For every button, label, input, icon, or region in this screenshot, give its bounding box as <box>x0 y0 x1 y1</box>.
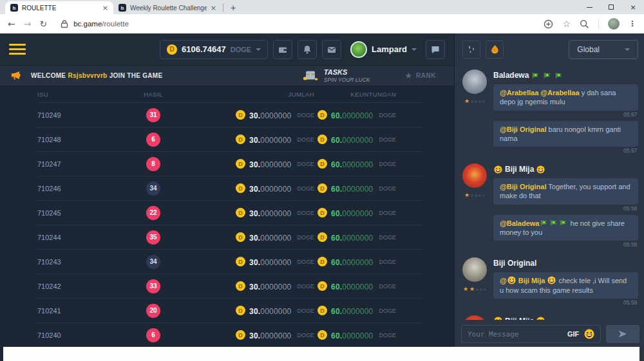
table-row[interactable]: 71024634D30.0000000DOGED60.0000000DOGE <box>37 176 422 201</box>
wallet-button[interactable] <box>273 40 292 59</box>
tab-close-icon[interactable]: × <box>211 4 216 12</box>
tab-close-icon[interactable]: × <box>102 4 108 12</box>
profit-cell: D60.0000000DOGE <box>314 183 421 194</box>
amount-value: 30.0000000 <box>249 305 291 317</box>
mention[interactable]: @Arabellaa <box>540 89 579 97</box>
row-id: 710243 <box>37 258 108 266</box>
results-table-header: ISU HASIL JUMLAH KEUNTUNGAN <box>37 86 422 103</box>
zoom-icon[interactable] <box>544 19 553 29</box>
chat-message-input[interactable] <box>468 330 562 338</box>
site-navbar: D 6106.74647 DOGE Lampard <box>0 33 454 66</box>
profit-cell: D60.0000000DOGE <box>314 281 421 292</box>
amount-cell: D30.0000000DOGE <box>198 305 314 317</box>
search-icon[interactable] <box>580 19 589 29</box>
rating-star-icon: ★ <box>469 286 475 292</box>
chevron-down-icon <box>256 48 261 51</box>
lock-icon <box>61 19 68 28</box>
avatar[interactable] <box>462 257 487 282</box>
tab-roulette[interactable]: b ROULETTE × <box>5 1 113 14</box>
table-row[interactable]: 71024233D30.0000000DOGED60.0000000DOGE <box>37 274 422 299</box>
amount-cell: D30.0000000DOGE <box>198 109 314 121</box>
close-button[interactable]: × <box>622 0 644 14</box>
minimize-button[interactable] <box>578 0 600 14</box>
doge-coin-icon: D <box>317 110 327 120</box>
table-row[interactable]: 71024931D30.0000000DOGED60.0000000DOGE <box>37 103 422 127</box>
table-row[interactable]: 71024522D30.0000000DOGED60.0000000DOGE <box>37 201 422 225</box>
profit-cell: D60.0000000DOGE <box>314 329 421 341</box>
user-menu[interactable]: Lampard <box>350 41 417 58</box>
gif-button[interactable]: GIF <box>567 330 579 338</box>
message-text: Baladewa <box>493 71 529 80</box>
chat-username[interactable]: Biji Original <box>493 259 638 268</box>
amount-value: 30.0000000 <box>249 134 291 145</box>
amount-cell: D30.0000000DOGE <box>198 183 314 194</box>
notifications-button[interactable] <box>298 40 317 59</box>
avatar[interactable] <box>462 163 487 188</box>
chat-username[interactable]: Biji Mija <box>493 165 638 174</box>
messages-button[interactable] <box>322 40 341 59</box>
new-tab-button[interactable]: + <box>225 1 242 14</box>
column-header-hasil: HASIL <box>144 91 162 98</box>
balance-selector[interactable]: D 6106.74647 DOGE <box>160 40 268 59</box>
currency-label: DOGE <box>379 283 396 290</box>
rating-dot <box>475 194 477 197</box>
table-row[interactable]: 7102406D30.0000000DOGED60.0000000DOGE <box>37 323 422 347</box>
grin-emoji <box>547 276 556 284</box>
mention[interactable]: @ <box>500 277 507 284</box>
bottom-white-bar <box>3 347 639 361</box>
table-row[interactable]: 7102478D30.0000000DOGED60.0000000DOGE <box>37 152 422 176</box>
mention[interactable]: Biji Mija <box>516 277 547 284</box>
chat-toggle-button[interactable] <box>426 40 445 59</box>
profit-value: 60.0000000 <box>331 256 373 268</box>
hamburger-menu-icon[interactable] <box>9 44 26 55</box>
result-badge: 35 <box>146 230 160 245</box>
row-id: 710247 <box>37 160 108 168</box>
mention[interactable]: @Biji Original <box>500 183 546 190</box>
chat-channel-select[interactable]: Global <box>569 40 638 59</box>
chat-header: D Global <box>455 33 644 66</box>
table-row[interactable]: 71024120D30.0000000DOGED60.0000000DOGE <box>37 299 422 323</box>
url-text: bc.game/roulette <box>73 20 129 28</box>
currency-label: DOGE <box>379 161 396 167</box>
reload-icon[interactable]: ↻ <box>39 19 47 29</box>
forward-icon[interactable]: → <box>24 19 32 29</box>
bookmark-star-icon[interactable]: ☆ <box>562 19 571 29</box>
coin-drop-button[interactable]: D <box>486 41 504 59</box>
chat-messages: ★Baladewa @Arabellaa @Arabellaa y dah sa… <box>455 66 644 320</box>
emoji-picker-icon[interactable] <box>584 329 594 339</box>
amount-cell: D30.0000000DOGE <box>198 134 314 145</box>
tab-weekly-challenge[interactable]: b Weekly Roulette Challenge - Win × <box>113 1 222 14</box>
profit-value: 60.0000000 <box>331 158 373 170</box>
user-rating: ★★ <box>463 286 486 292</box>
doge-coin-icon: D <box>236 159 245 169</box>
mention[interactable]: @Arabellaa <box>500 89 538 97</box>
browser-profile-avatar[interactable] <box>608 18 620 30</box>
currency-label: DOGE <box>379 332 396 338</box>
amount-value: 30.0000000 <box>249 158 291 170</box>
profit-value: 60.0000000 <box>331 183 373 194</box>
rain-button[interactable] <box>462 41 480 59</box>
rank-widget[interactable]: ★ RANK <box>404 71 436 80</box>
message-timestamp: 05:59 <box>493 299 637 306</box>
table-row[interactable]: 71024435D30.0000000DOGED60.0000000DOGE <box>37 225 422 250</box>
mention[interactable]: @Baladewa <box>500 219 539 227</box>
result-badge: 6 <box>146 133 160 147</box>
tasks-widget[interactable]: TASKS SPIN YOUR LUCK <box>302 68 370 83</box>
chat-username[interactable]: Baladewa <box>493 71 638 80</box>
doge-coin-icon: D <box>317 330 327 340</box>
avatar[interactable] <box>462 69 487 94</box>
maximize-button[interactable] <box>600 0 622 14</box>
table-row[interactable]: 71024334D30.0000000DOGED60.0000000DOGE <box>37 250 422 274</box>
mention[interactable]: @Biji Original <box>500 125 546 133</box>
flag-emoji <box>554 71 563 80</box>
avatar[interactable] <box>462 315 487 320</box>
send-button[interactable] <box>606 325 639 343</box>
tasks-subtitle: SPIN YOUR LUCK <box>324 77 370 83</box>
browser-menu-icon[interactable]: ⋮ <box>629 19 636 28</box>
omnibox[interactable]: bc.game/roulette <box>61 19 535 28</box>
table-row[interactable]: 7102486D30.0000000DOGED60.0000000DOGE <box>37 127 422 152</box>
back-icon[interactable]: ← <box>8 19 15 29</box>
currency-label: DOGE <box>297 308 314 314</box>
chat-input-box[interactable]: GIF <box>461 325 601 343</box>
currency-label: DOGE <box>297 234 314 241</box>
